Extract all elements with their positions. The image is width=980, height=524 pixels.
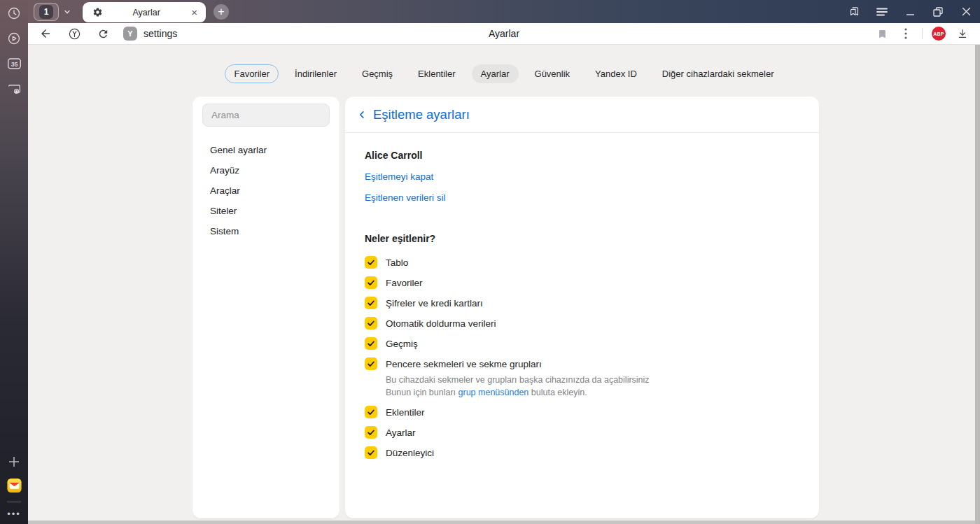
site-favicon-badge: Y <box>123 27 137 41</box>
tab-group-counter[interactable]: 1 <box>34 3 59 21</box>
tab-close-icon[interactable]: × <box>190 7 199 17</box>
sync-item-gecmis[interactable]: Geçmiş <box>365 337 799 350</box>
delete-synced-data-link[interactable]: Eşitlenen verileri sil <box>365 192 446 203</box>
play-media-icon[interactable] <box>7 31 22 45</box>
disable-sync-link[interactable]: Eşitlemeyi kapat <box>365 171 433 182</box>
settings-gear-icon <box>92 7 103 18</box>
tab-eklentiler[interactable]: Eklentiler <box>409 64 464 83</box>
checkbox-checked-icon[interactable] <box>365 406 377 418</box>
checkbox-checked-icon[interactable] <box>365 337 377 350</box>
window-close-button[interactable] <box>952 0 980 23</box>
sync-panel-header: Eşitleme ayarları <box>345 97 819 133</box>
settings-menu: Genel ayarlar Arayüz Araçlar Siteler Sis… <box>192 140 340 241</box>
search-input[interactable] <box>202 104 330 127</box>
tab-group-chevron-down-icon[interactable] <box>63 8 71 16</box>
tab-favoriler[interactable]: Favoriler <box>225 64 279 83</box>
sidebar-item-sistem[interactable]: Sistem <box>192 221 340 241</box>
active-tab[interactable]: Ayarlar × <box>83 2 206 22</box>
sync-item-favoriler[interactable]: Favoriler <box>365 276 799 290</box>
add-panel-icon[interactable] <box>7 454 22 469</box>
tab-counter-value: 35 <box>10 60 18 67</box>
sync-item-pencere-sekmeleri[interactable]: Pencere sekmeleri ve sekme grupları <box>365 357 799 371</box>
sync-item-duzenleyici[interactable]: Düzenleyici <box>365 446 799 460</box>
tab-ayarlar[interactable]: Ayarlar <box>472 64 519 83</box>
sidebar-item-araclar[interactable]: Araçlar <box>192 180 340 201</box>
window-titlebar: 1 Ayarlar × + <box>28 0 980 23</box>
rail-divider <box>7 502 21 502</box>
rail-more-icon[interactable]: ••• <box>7 511 21 517</box>
back-chevron-icon[interactable] <box>356 108 368 121</box>
settings-top-nav: Favoriler İndirilenler Geçmiş Eklentiler… <box>28 64 980 83</box>
sync-settings-panel: Eşitleme ayarları Alice Carroll Eşitleme… <box>345 97 819 518</box>
tabs-panel-icon[interactable] <box>840 0 868 23</box>
checkbox-checked-icon[interactable] <box>365 357 377 370</box>
checkbox-checked-icon[interactable] <box>365 317 377 330</box>
settings-page: Favoriler İndirilenler Geçmiş Eklentiler… <box>28 45 980 524</box>
settings-sidebar-panel: Genel ayarlar Arayüz Araçlar Siteler Sis… <box>192 97 340 518</box>
sync-item-sifreler[interactable]: Şifreler ve kredi kartları <box>365 296 799 310</box>
bottom-scrollbar-strip[interactable] <box>28 521 975 524</box>
checkbox-checked-icon[interactable] <box>365 276 377 289</box>
sidebar-item-genel-ayarlar[interactable]: Genel ayarlar <box>192 140 340 160</box>
window-minimize-button[interactable] <box>896 0 924 23</box>
sync-item-otomatik-doldurma[interactable]: Otomatik doldurma verileri <box>365 316 799 330</box>
screen-capture-icon[interactable] <box>7 81 22 96</box>
menu-hamburger-icon[interactable] <box>868 0 896 23</box>
sync-item-description: Bu cihazdaki sekmeler ve grupları başka … <box>386 374 799 399</box>
adblock-extension-button[interactable]: ABP <box>928 24 949 43</box>
browser-side-rail: 35 ••• <box>0 0 28 524</box>
sync-item-tablo[interactable]: Tablo <box>365 255 799 269</box>
toolbar-divider <box>922 28 923 39</box>
checkbox-checked-icon[interactable] <box>365 426 377 439</box>
sync-panel-title[interactable]: Eşitleme ayarları <box>373 107 470 122</box>
tab-yandex-id[interactable]: Yandex ID <box>586 64 646 83</box>
sidebar-item-arayuz[interactable]: Arayüz <box>192 160 340 180</box>
bookmark-flag-icon[interactable] <box>872 24 892 43</box>
back-button[interactable] <box>38 26 53 41</box>
tab-diger-cihazlar[interactable]: Diğer cihazlardaki sekmeler <box>653 64 783 83</box>
sidebar-item-siteler[interactable]: Siteler <box>192 201 340 221</box>
history-clock-icon[interactable] <box>7 6 22 20</box>
group-menu-link[interactable]: grup menüsünden <box>458 388 529 397</box>
window-restore-button[interactable] <box>924 0 952 23</box>
yandex-mail-icon[interactable] <box>7 478 22 493</box>
checkbox-checked-icon[interactable] <box>365 446 377 459</box>
checkbox-checked-icon[interactable] <box>365 297 377 309</box>
sync-items-heading: Neler eşitlenir? <box>365 233 799 244</box>
tab-group-count: 1 <box>39 5 53 19</box>
tab-indirilenler[interactable]: İndirilenler <box>286 64 346 83</box>
yandex-search-button[interactable] <box>66 26 82 41</box>
account-name: Alice Carroll <box>365 150 799 161</box>
new-tab-button[interactable]: + <box>214 4 229 20</box>
tab-guvenlik[interactable]: Güvenlik <box>526 64 580 83</box>
tab-title: Ayarlar <box>103 8 190 17</box>
tab-gecmis[interactable]: Geçmiş <box>353 64 402 83</box>
checkbox-checked-icon[interactable] <box>365 256 377 269</box>
address-toolbar: Y settings Ayarlar ABP <box>28 23 980 45</box>
sync-item-eklentiler[interactable]: Eklentiler <box>365 405 799 419</box>
tab-counter-badge[interactable]: 35 <box>7 56 22 71</box>
vertical-scrollbar[interactable] <box>975 45 980 524</box>
toolbar-kebab-icon[interactable] <box>895 24 916 43</box>
url-text[interactable]: settings <box>144 28 177 39</box>
sync-item-ayarlar[interactable]: Ayarlar <box>365 425 799 439</box>
downloads-button[interactable] <box>952 24 973 43</box>
refresh-button[interactable] <box>95 26 111 41</box>
abp-badge: ABP <box>932 27 946 41</box>
